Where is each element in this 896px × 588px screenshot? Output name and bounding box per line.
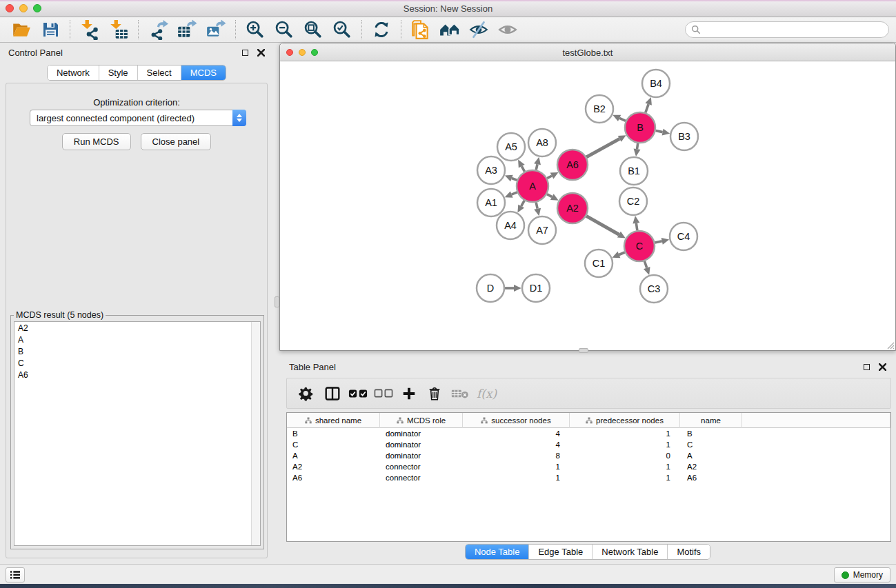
import-table-icon[interactable] (104, 19, 133, 41)
table-row[interactable]: Cdominator41C (287, 439, 890, 450)
zoom-selected-icon[interactable] (328, 19, 357, 41)
column-type-icon (481, 417, 488, 424)
edge-B-B1[interactable] (637, 143, 638, 150)
cell-predecessor-nodes: 1 (570, 428, 680, 439)
table-tab-node-table[interactable]: Node Table (466, 545, 529, 559)
export-image-icon[interactable] (201, 19, 230, 41)
edge-B-B3[interactable] (656, 131, 663, 132)
export-network-icon[interactable] (143, 19, 172, 41)
table-row[interactable]: Bdominator41B (287, 428, 890, 439)
criterion-select[interactable]: largest connected component (directed) (30, 110, 246, 126)
new-network-from-selection-icon[interactable] (406, 19, 435, 41)
open-file-icon[interactable] (7, 19, 36, 41)
column-header-shared-name[interactable]: shared name (287, 413, 380, 428)
table-row[interactable]: A2connector11A2 (287, 461, 890, 472)
graph-node-label-B3: B3 (678, 131, 690, 142)
edge-A-A8[interactable] (536, 164, 537, 170)
table-row[interactable]: Adominator80A (287, 450, 890, 461)
close-panel-button[interactable]: Close panel (141, 133, 212, 150)
float-panel-icon[interactable] (241, 48, 249, 57)
column-header-name[interactable]: name (680, 413, 742, 428)
table-panel: Table Panel f(x) (279, 357, 896, 564)
graph-node-label-A1: A1 (485, 197, 497, 208)
column-header-successor-nodes[interactable]: successor nodes (463, 413, 570, 428)
edge-A-A5[interactable] (521, 166, 524, 172)
import-network-icon[interactable] (75, 19, 104, 41)
show-column-icon[interactable] (319, 381, 345, 406)
close-table-panel-icon[interactable] (878, 363, 886, 371)
hide-graphics-details-icon[interactable] (464, 19, 493, 41)
edge-A2-C[interactable] (586, 216, 619, 234)
collapse-bottom-handle[interactable] (579, 348, 588, 353)
edge-C-C3[interactable] (644, 261, 646, 268)
column-header-MCDS-role[interactable]: MCDS role (380, 413, 463, 428)
task-history-button[interactable] (6, 567, 25, 582)
search-input[interactable] (704, 25, 883, 34)
table-row[interactable]: A6connector11A6 (287, 472, 890, 483)
settings-gear-icon[interactable] (294, 381, 319, 406)
run-mcds-button[interactable]: Run MCDS (62, 133, 131, 150)
edge-C-C4[interactable] (655, 241, 661, 243)
export-table-icon[interactable] (172, 19, 201, 41)
edge-B-B4[interactable] (646, 104, 648, 112)
graph-node-label-A: A (529, 181, 536, 192)
zoom-fit-icon[interactable] (299, 19, 328, 41)
edge-A-A7[interactable] (536, 202, 537, 208)
edge-A-A4[interactable] (521, 201, 525, 206)
mcds-result-item[interactable]: A (14, 334, 260, 345)
edge-B-B2[interactable] (619, 118, 626, 121)
network-window-titlebar[interactable]: testGlobe.txt (280, 43, 895, 61)
edge-A-A1[interactable] (512, 192, 517, 194)
deselect-all-checks-icon[interactable] (370, 381, 396, 406)
mcds-result-item[interactable]: B (14, 345, 260, 357)
show-graphics-details-icon[interactable] (493, 19, 522, 41)
function-builder-button[interactable]: f(x) (472, 381, 501, 406)
memory-button[interactable]: Memory (834, 567, 890, 582)
result-list-scrollbar[interactable] (251, 322, 260, 545)
delete-table-icon[interactable] (447, 381, 472, 406)
collapse-left-handle[interactable] (275, 296, 279, 307)
cell-successor-nodes: 1 (463, 461, 570, 472)
cell-successor-nodes: 8 (463, 450, 570, 461)
graph-node-label-B: B (637, 122, 644, 133)
refresh-layout-icon[interactable] (367, 19, 396, 41)
edge-C-C2[interactable] (636, 223, 637, 231)
edge-A-A2[interactable] (547, 194, 552, 197)
select-all-checks-icon[interactable] (345, 381, 370, 406)
add-column-icon[interactable] (396, 381, 421, 406)
edge-A-A6[interactable] (547, 176, 552, 179)
save-session-icon[interactable] (36, 19, 65, 41)
edge-C-C1[interactable] (619, 252, 624, 255)
table-tab-edge-table[interactable]: Edge Table (528, 545, 592, 559)
table-tab-motifs[interactable]: Motifs (667, 545, 710, 559)
delete-column-trash-icon[interactable] (421, 381, 447, 406)
window-resize-grip[interactable] (885, 340, 895, 349)
mcds-result-item[interactable]: C (14, 357, 260, 369)
graph-node-label-B4: B4 (650, 78, 662, 89)
column-header-predecessor-nodes[interactable]: predecessor nodes (570, 413, 680, 428)
edge-A-A3[interactable] (512, 178, 517, 180)
edge-A6-B[interactable] (586, 139, 619, 156)
search-icon (691, 25, 701, 34)
first-neighbors-icon[interactable] (435, 19, 464, 41)
search-box[interactable] (685, 21, 889, 38)
zoom-out-icon[interactable] (270, 19, 299, 41)
zoom-in-icon[interactable] (241, 19, 270, 41)
tab-mcds[interactable]: MCDS (181, 65, 226, 80)
graph-node-label-A4: A4 (504, 220, 517, 231)
table-tab-network-table[interactable]: Network Table (592, 545, 667, 559)
tab-select[interactable]: Select (137, 65, 181, 80)
network-canvas[interactable]: B4B2BB3A5A8A6A3B1AA1C2A2A4A7C4CC1C3DD1 (280, 61, 895, 350)
cell-shared-name: C (287, 439, 380, 450)
control-panel: Control Panel NetworkStyleSelectMCDS Opt… (0, 43, 273, 564)
tab-network[interactable]: Network (48, 65, 99, 80)
memory-label: Memory (853, 570, 883, 580)
tab-style[interactable]: Style (99, 65, 137, 80)
mcds-result-item[interactable]: A6 (14, 369, 260, 381)
close-panel-icon[interactable] (257, 48, 265, 57)
float-table-panel-icon[interactable] (862, 363, 870, 371)
mcds-result-item[interactable]: A2 (14, 322, 260, 334)
criterion-selected-value: largest connected component (directed) (30, 113, 233, 123)
graph-node-label-A7: A7 (536, 225, 548, 236)
cell-name: A (680, 450, 742, 461)
